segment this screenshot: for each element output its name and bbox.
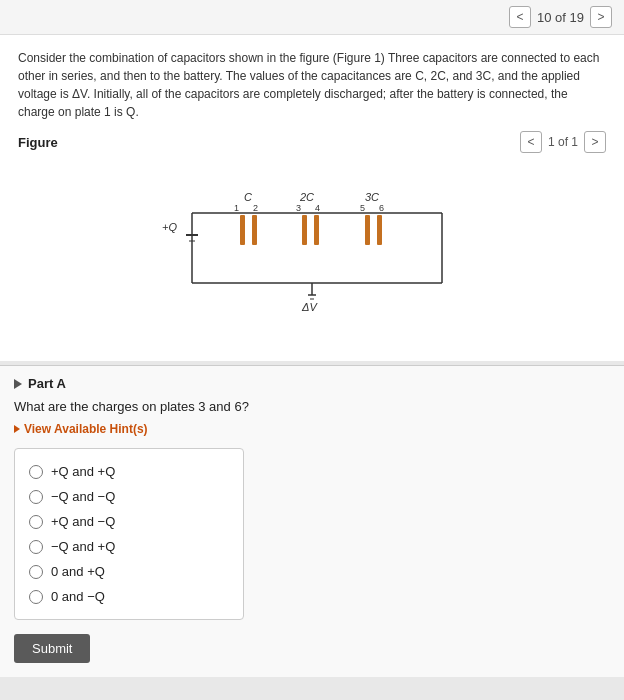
figure-header: Figure < 1 of 1 > [18, 131, 606, 153]
collapse-icon[interactable] [14, 379, 22, 389]
svg-text:3: 3 [296, 203, 301, 213]
part-a-header: Part A [14, 376, 610, 391]
figure-next-button[interactable]: > [584, 131, 606, 153]
circuit-diagram: +Q C 1 2 2C 3 4 3C 5 6 [18, 163, 606, 323]
figure-nav: < 1 of 1 > [520, 131, 606, 153]
radio-opt2[interactable] [29, 490, 43, 504]
figure-page-info: 1 of 1 [548, 135, 578, 149]
svg-rect-21 [377, 215, 382, 245]
next-page-button[interactable]: > [590, 6, 612, 28]
svg-text:6: 6 [379, 203, 384, 213]
svg-text:2: 2 [253, 203, 258, 213]
svg-rect-10 [240, 215, 245, 245]
label-opt3: +Q and −Q [51, 514, 115, 529]
part-a-label: Part A [28, 376, 66, 391]
problem-text: Consider the combination of capacitors s… [18, 49, 606, 121]
hint-link[interactable]: View Available Hint(s) [14, 422, 610, 436]
radio-opt3[interactable] [29, 515, 43, 529]
option-4[interactable]: −Q and +Q [29, 534, 229, 559]
figure-section: Figure < 1 of 1 > [18, 131, 606, 323]
svg-text:ΔV: ΔV [301, 301, 318, 313]
svg-text:2C: 2C [299, 191, 314, 203]
svg-rect-11 [252, 215, 257, 245]
question-text: What are the charges on plates 3 and 6? [14, 399, 610, 414]
hint-triangle-icon [14, 425, 20, 433]
submit-button[interactable]: Submit [14, 634, 90, 663]
svg-text:+Q: +Q [162, 221, 177, 233]
label-opt6: 0 and −Q [51, 589, 105, 604]
label-opt2: −Q and −Q [51, 489, 115, 504]
label-opt4: −Q and +Q [51, 539, 115, 554]
svg-rect-20 [365, 215, 370, 245]
label-opt1: +Q and +Q [51, 464, 115, 479]
svg-text:3C: 3C [365, 191, 379, 203]
page-nav-controls: < 10 of 19 > [509, 6, 612, 28]
figure-prev-button[interactable]: < [520, 131, 542, 153]
svg-text:1: 1 [234, 203, 239, 213]
option-6[interactable]: 0 and −Q [29, 584, 229, 609]
circuit-svg: +Q C 1 2 2C 3 4 3C 5 6 [152, 163, 472, 323]
radio-opt6[interactable] [29, 590, 43, 604]
prev-page-button[interactable]: < [509, 6, 531, 28]
label-opt5: 0 and +Q [51, 564, 105, 579]
option-2[interactable]: −Q and −Q [29, 484, 229, 509]
radio-opt4[interactable] [29, 540, 43, 554]
svg-text:4: 4 [315, 203, 320, 213]
answer-choices-box: +Q and +Q −Q and −Q +Q and −Q −Q and +Q … [14, 448, 244, 620]
svg-text:C: C [244, 191, 252, 203]
hint-label: View Available Hint(s) [24, 422, 148, 436]
svg-rect-16 [314, 215, 319, 245]
part-a-section: Part A What are the charges on plates 3 … [0, 365, 624, 677]
option-1[interactable]: +Q and +Q [29, 459, 229, 484]
svg-rect-15 [302, 215, 307, 245]
figure-label: Figure [18, 135, 58, 150]
option-3[interactable]: +Q and −Q [29, 509, 229, 534]
page-counter: 10 of 19 [537, 10, 584, 25]
main-content: Consider the combination of capacitors s… [0, 35, 624, 361]
radio-opt1[interactable] [29, 465, 43, 479]
radio-opt5[interactable] [29, 565, 43, 579]
option-5[interactable]: 0 and +Q [29, 559, 229, 584]
top-navigation-bar: < 10 of 19 > [0, 0, 624, 35]
svg-text:5: 5 [360, 203, 365, 213]
